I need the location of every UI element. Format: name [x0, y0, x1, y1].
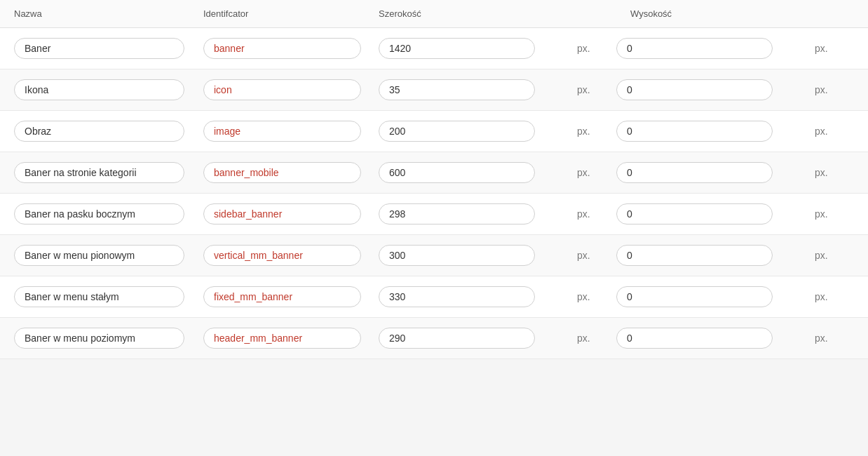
cell-nazwa[interactable] [14, 121, 203, 142]
px-label-width: px. [574, 126, 616, 137]
width-input[interactable] [379, 245, 535, 266]
px-label-width: px. [574, 84, 616, 95]
height-input[interactable] [616, 121, 773, 142]
width-input[interactable] [379, 286, 535, 307]
header-identifcator: Identifcator [203, 8, 379, 19]
width-input[interactable] [379, 79, 535, 100]
cell-nazwa[interactable] [14, 328, 203, 349]
px-label-width: px. [574, 43, 616, 54]
px-label-width: px. [574, 250, 616, 261]
px-label-height: px. [812, 84, 854, 95]
cell-identifier[interactable] [203, 286, 379, 307]
identifier-input[interactable] [203, 162, 361, 183]
width-input[interactable] [379, 38, 535, 59]
header-szerokosc: Szerokość [379, 8, 560, 19]
nazwa-input[interactable] [14, 162, 184, 183]
table-row: px. px. [0, 318, 868, 359]
table-row: px. px. [0, 152, 868, 194]
cell-height[interactable] [616, 121, 812, 142]
height-input[interactable] [616, 245, 773, 266]
cell-height[interactable] [616, 38, 812, 59]
table-row: px. px. [0, 194, 868, 235]
cell-height[interactable] [616, 245, 812, 266]
table-row: px. px. [0, 111, 868, 152]
table-row: px. px. [0, 276, 868, 318]
cell-nazwa[interactable] [14, 203, 203, 224]
table-row: px. px. [0, 28, 868, 69]
width-input[interactable] [379, 328, 535, 349]
cell-nazwa[interactable] [14, 245, 203, 266]
px-label-width: px. [574, 333, 616, 344]
cell-width[interactable] [379, 121, 574, 142]
nazwa-input[interactable] [14, 121, 184, 142]
cell-identifier[interactable] [203, 38, 379, 59]
height-input[interactable] [616, 328, 773, 349]
px-label-height: px. [812, 333, 854, 344]
cell-width[interactable] [379, 79, 574, 100]
banner-table: Nazwa Identifcator Szerokość Wysokość px… [0, 0, 868, 359]
nazwa-input[interactable] [14, 203, 184, 224]
cell-height[interactable] [616, 286, 812, 307]
cell-height[interactable] [616, 328, 812, 349]
cell-identifier[interactable] [203, 245, 379, 266]
cell-width[interactable] [379, 328, 574, 349]
cell-height[interactable] [616, 79, 812, 100]
px-label-height: px. [812, 250, 854, 261]
px-label-height: px. [812, 208, 854, 220]
width-input[interactable] [379, 203, 535, 224]
px-label-width: px. [574, 291, 616, 302]
cell-height[interactable] [616, 203, 812, 224]
cell-identifier[interactable] [203, 79, 379, 100]
table-row: px. px. [0, 235, 868, 276]
identifier-input[interactable] [203, 121, 361, 142]
px-label-height: px. [812, 167, 854, 178]
height-input[interactable] [616, 286, 773, 307]
height-input[interactable] [616, 162, 773, 183]
table-row: px. px. [0, 69, 868, 111]
height-input[interactable] [616, 79, 773, 100]
height-input[interactable] [616, 203, 773, 224]
nazwa-input[interactable] [14, 286, 184, 307]
nazwa-input[interactable] [14, 79, 184, 100]
height-input[interactable] [616, 38, 773, 59]
cell-identifier[interactable] [203, 121, 379, 142]
nazwa-input[interactable] [14, 328, 184, 349]
cell-nazwa[interactable] [14, 162, 203, 183]
identifier-input[interactable] [203, 203, 361, 224]
cell-nazwa[interactable] [14, 286, 203, 307]
header-px2 [812, 8, 854, 19]
table-body: px. px. px. px. [0, 28, 868, 359]
cell-height[interactable] [616, 162, 812, 183]
px-label-width: px. [574, 208, 616, 220]
identifier-input[interactable] [203, 38, 361, 59]
cell-nazwa[interactable] [14, 38, 203, 59]
px-label-height: px. [812, 126, 854, 137]
cell-identifier[interactable] [203, 328, 379, 349]
width-input[interactable] [379, 121, 535, 142]
width-input[interactable] [379, 162, 535, 183]
cell-identifier[interactable] [203, 162, 379, 183]
identifier-input[interactable] [203, 286, 361, 307]
header-nazwa: Nazwa [14, 8, 203, 19]
cell-width[interactable] [379, 245, 574, 266]
header-wysokosc: Wysokość [630, 8, 812, 19]
identifier-input[interactable] [203, 245, 361, 266]
px-label-height: px. [812, 291, 854, 302]
px-label-height: px. [812, 43, 854, 54]
nazwa-input[interactable] [14, 38, 184, 59]
identifier-input[interactable] [203, 328, 361, 349]
cell-width[interactable] [379, 162, 574, 183]
table-header: Nazwa Identifcator Szerokość Wysokość [0, 0, 868, 28]
cell-width[interactable] [379, 286, 574, 307]
nazwa-input[interactable] [14, 245, 184, 266]
cell-width[interactable] [379, 38, 574, 59]
cell-identifier[interactable] [203, 203, 379, 224]
header-px1 [560, 8, 630, 19]
cell-nazwa[interactable] [14, 79, 203, 100]
identifier-input[interactable] [203, 79, 361, 100]
cell-width[interactable] [379, 203, 574, 224]
px-label-width: px. [574, 167, 616, 178]
